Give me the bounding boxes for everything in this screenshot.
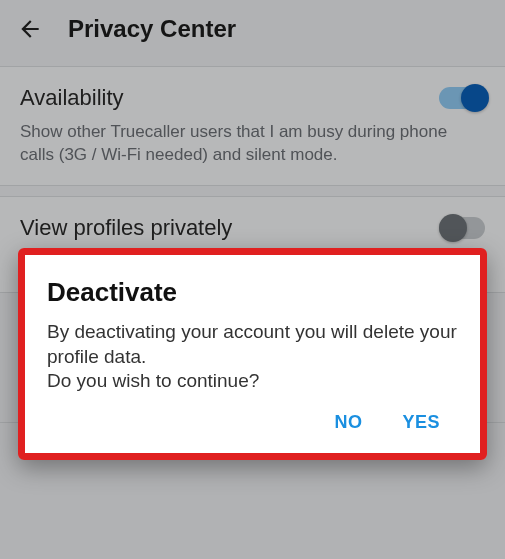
availability-description: Show other Truecaller users that I am bu… xyxy=(20,121,485,167)
availability-title: Availability xyxy=(20,85,124,111)
yes-button[interactable]: YES xyxy=(402,412,440,433)
back-button[interactable] xyxy=(16,15,44,43)
dialog-actions: NO YES xyxy=(47,394,458,443)
availability-toggle[interactable] xyxy=(439,87,485,109)
dialog-title: Deactivate xyxy=(47,277,458,308)
privacy-center-screen: Privacy Center Availability Show other T… xyxy=(0,0,505,559)
deactivate-dialog-highlight: Deactivate By deactivating your account … xyxy=(18,248,487,460)
arrow-left-icon xyxy=(17,16,43,42)
toggle-knob xyxy=(439,214,467,242)
page-title: Privacy Center xyxy=(68,15,236,43)
view-privately-title: View profiles privately xyxy=(20,215,232,241)
app-bar: Privacy Center xyxy=(0,0,505,58)
dialog-body: By deactivating your account you will de… xyxy=(47,320,458,394)
view-privately-toggle[interactable] xyxy=(439,217,485,239)
deactivate-dialog: Deactivate By deactivating your account … xyxy=(25,255,480,453)
toggle-knob xyxy=(461,84,489,112)
section-availability: Availability Show other Truecaller users… xyxy=(0,66,505,186)
no-button[interactable]: NO xyxy=(334,412,362,433)
